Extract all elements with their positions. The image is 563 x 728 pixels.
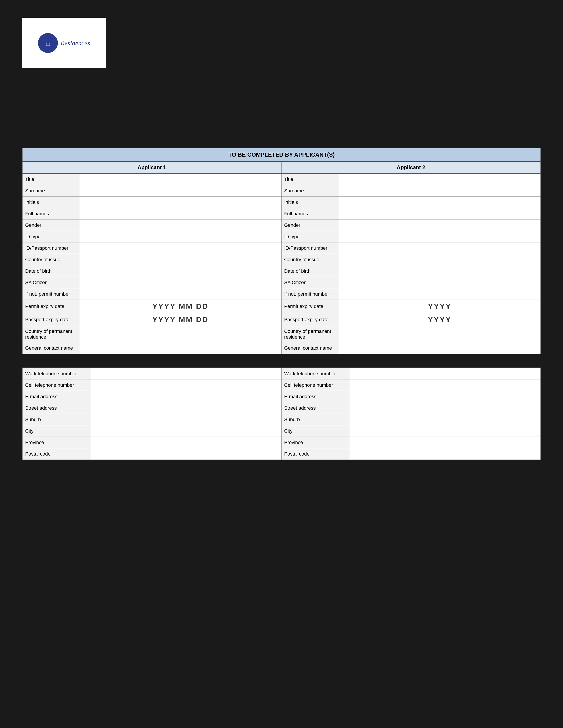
field-label: Country of permanent residence (23, 326, 80, 342)
contact-field-label: Cell telephone number (282, 379, 350, 391)
contact-field-label: Suburb (282, 414, 350, 425)
contact-field-label: Province (282, 437, 350, 448)
contact-field-value[interactable] (350, 368, 540, 379)
field-value[interactable] (339, 277, 540, 288)
field-value[interactable] (80, 277, 281, 288)
form-body: TitleSurnameInitialsFull namesGenderID t… (23, 174, 540, 354)
field-value[interactable] (339, 288, 540, 300)
contact-field-value[interactable] (91, 379, 281, 391)
field-row: ID/Passport number (23, 242, 281, 254)
field-label: ID/Passport number (23, 242, 80, 254)
field-label: Date of birth (282, 265, 339, 277)
contact-field-row: Work telephone number (23, 368, 281, 379)
contact-field-value[interactable] (91, 368, 281, 379)
field-value[interactable]: YYYY (339, 300, 540, 313)
logo-circle: ⌂ (38, 33, 58, 53)
field-label: Title (282, 174, 339, 185)
field-value[interactable] (80, 174, 281, 185)
field-row: Country of permanent residence (282, 326, 540, 342)
contact-field-row: Province (23, 437, 281, 448)
contact-field-value[interactable] (91, 391, 281, 402)
contact-field-value[interactable] (91, 448, 281, 460)
field-value[interactable] (339, 197, 540, 208)
field-label: Passport expiry date (282, 313, 339, 326)
field-row: Passport expiry dateYYYY MM DD (23, 313, 281, 326)
field-row: General contact name (23, 342, 281, 354)
field-value[interactable] (339, 185, 540, 196)
main-form: TO BE COMPLETED BY APPLICANT(S) Applican… (22, 148, 541, 354)
field-value[interactable] (80, 342, 281, 354)
field-value[interactable] (80, 288, 281, 300)
contact-field-label: Cell telephone number (23, 379, 91, 391)
contact-field-row: Suburb (23, 414, 281, 425)
field-value[interactable] (80, 326, 281, 342)
contact-field-value[interactable] (350, 391, 540, 402)
field-label: Passport expiry date (23, 313, 80, 326)
field-value[interactable] (339, 342, 540, 354)
contact-field-row: Work telephone number (282, 368, 540, 379)
contact-field-label: City (282, 425, 350, 437)
field-label: Surname (23, 185, 80, 196)
field-label: ID type (282, 231, 339, 242)
field-value[interactable] (80, 254, 281, 265)
field-value[interactable] (339, 174, 540, 185)
field-row: If not, permit number (23, 288, 281, 300)
contact-field-label: E-mail address (23, 391, 91, 402)
field-value[interactable] (80, 197, 281, 208)
applicants-header: Applicant 1 Applicant 2 (23, 162, 540, 174)
field-value[interactable] (339, 220, 540, 231)
contact-field-row: E-mail address (282, 391, 540, 402)
field-value[interactable] (80, 265, 281, 277)
field-value[interactable]: YYYY MM DD (80, 313, 281, 326)
field-value[interactable] (80, 220, 281, 231)
contact-field-row: City (282, 425, 540, 437)
field-value[interactable] (339, 231, 540, 242)
contact-field-row: City (23, 425, 281, 437)
field-row: SA Citizen (282, 277, 540, 288)
field-value[interactable] (339, 265, 540, 277)
field-value[interactable] (339, 326, 540, 342)
contact-field-row: Cell telephone number (282, 379, 540, 391)
field-label: Permit expiry date (282, 300, 339, 313)
field-value[interactable] (339, 254, 540, 265)
field-value[interactable] (339, 242, 540, 254)
contact-field-value[interactable] (91, 425, 281, 437)
field-row: Passport expiry dateYYYY (282, 313, 540, 326)
contact-field-label: Street address (23, 402, 91, 414)
field-row: Country of issue (282, 254, 540, 265)
field-label: SA Citizen (23, 277, 80, 288)
field-value[interactable] (80, 208, 281, 219)
field-label: If not, permit number (23, 288, 80, 300)
field-value[interactable] (339, 208, 540, 219)
field-value[interactable] (80, 242, 281, 254)
contact-field-value[interactable] (350, 379, 540, 391)
field-row: Date of birth (23, 265, 281, 277)
field-row: If not, permit number (282, 288, 540, 300)
contact-field-value[interactable] (91, 402, 281, 414)
field-row: Surname (23, 185, 281, 197)
field-row: ID type (282, 231, 540, 242)
contact-section: Work telephone numberCell telephone numb… (22, 368, 541, 460)
field-label: Gender (282, 220, 339, 231)
field-row: Initials (282, 197, 540, 208)
contact-field-value[interactable] (350, 414, 540, 425)
logo-box: ⌂ Residences (22, 18, 106, 68)
field-value[interactable]: YYYY MM DD (80, 300, 281, 313)
field-value[interactable]: YYYY (339, 313, 540, 326)
contact-field-value[interactable] (350, 402, 540, 414)
contact-field-value[interactable] (91, 437, 281, 448)
contact-field-value[interactable] (91, 414, 281, 425)
field-value[interactable] (80, 185, 281, 196)
contact-field-value[interactable] (350, 448, 540, 460)
contact-field-label: Work telephone number (23, 368, 91, 379)
contact-field-value[interactable] (350, 425, 540, 437)
logo-house-icon: ⌂ (45, 38, 51, 48)
contact-field-value[interactable] (350, 437, 540, 448)
field-row: Surname (282, 185, 540, 197)
field-row: Title (282, 174, 540, 185)
contact-field-label: Postal code (23, 448, 91, 460)
contact-field-label: Street address (282, 402, 350, 414)
field-label: SA Citizen (282, 277, 339, 288)
field-value[interactable] (80, 231, 281, 242)
field-label: If not, permit number (282, 288, 339, 300)
